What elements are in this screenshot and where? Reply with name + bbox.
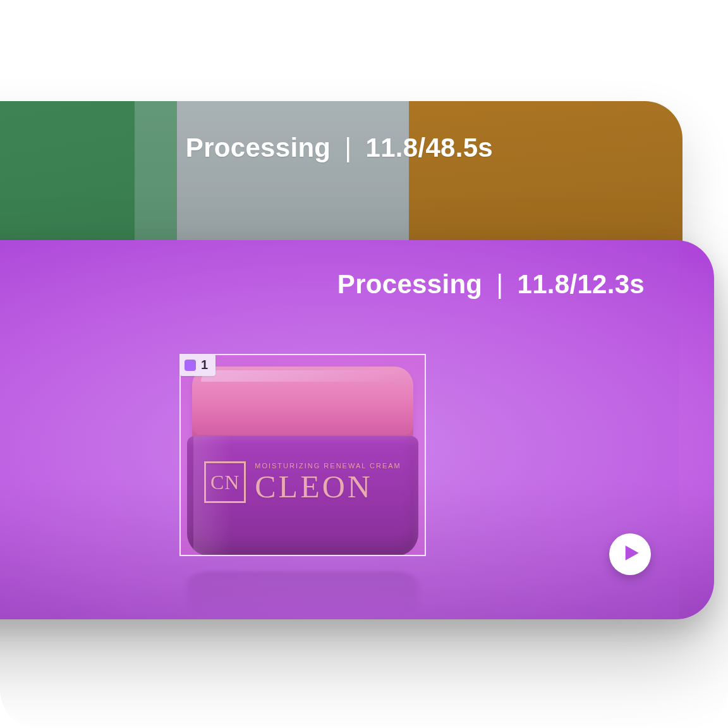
canvas: Chips Punch! Processing | 11.8/48.5s (0, 0, 728, 728)
detection-chip[interactable]: 1 (179, 354, 215, 376)
play-icon (620, 544, 640, 564)
detection-fill (181, 355, 425, 555)
video-card-front: CN MOISTURIZING RENEWAL CREAM CLEON 1 Pr… (0, 240, 714, 619)
detection-id: 1 (201, 358, 208, 372)
status-readout: Processing | 11.8/12.3s (337, 269, 645, 300)
status-label: Processing (337, 269, 482, 299)
detection-swatch (185, 360, 196, 371)
detection-bbox: 1 (179, 354, 426, 556)
divider: | (338, 133, 358, 162)
play-button[interactable] (609, 533, 651, 575)
status-readout: Processing | 11.8/48.5s (186, 133, 493, 163)
time-text: 11.8/12.3s (517, 269, 645, 299)
status-label: Processing (186, 133, 331, 162)
divider: | (490, 269, 509, 299)
time-text: 11.8/48.5s (365, 133, 493, 162)
